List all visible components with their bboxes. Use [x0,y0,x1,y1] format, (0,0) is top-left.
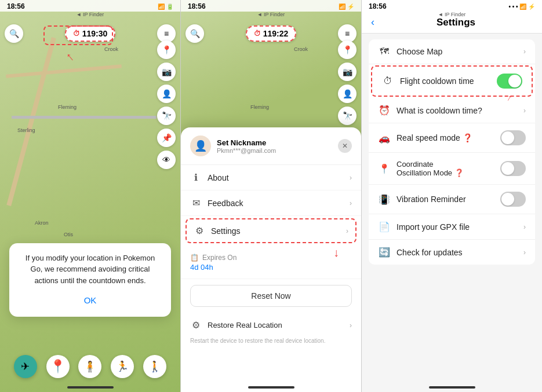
map-right-btns-1: 📍 📷 👤 🔭 📌 👁 [157,41,176,169]
panel-3-settings: 18:56 • • • 📶 ⚡ ◄ IP Finder ‹ Settings 🗺… [362,0,542,392]
status-bar-1: 18:56 📶 🔋 [0,0,180,12]
timer-value-2: 119:22 [263,29,289,38]
status-icons-3: • • • 📶 ⚡ [508,3,535,10]
about-chevron: › [350,174,352,182]
dialog-ok-btn[interactable]: OK [19,293,162,307]
search-btn-2[interactable]: 🔍 [185,24,204,43]
map-toolbar-1: 🔍 ⏱ 119:30 ≡ [0,22,180,45]
camera-btn-2[interactable]: 📷 [338,63,357,81]
settings-row-real-speed[interactable]: 🚗 Real speed mode ❓ [369,123,535,153]
email-label: Pkmn***@gmail.com [217,147,276,154]
feedback-icon: ✉ [190,197,202,208]
menu-close-btn[interactable]: ✕ [338,139,352,153]
map-label-fleming-2: Fleming [250,104,269,110]
person-btn-2[interactable]: 👤 [338,85,357,103]
settings-row-choose-map[interactable]: 🗺 Choose Map › [369,39,535,64]
gpx-chevron: › [523,223,526,231]
status-icons-1: 📶 🔋 [158,3,173,10]
settings-row-gpx[interactable]: 📄 Import your GPX file › [369,214,535,240]
menu-item-feedback[interactable]: ✉ Feedback › [181,190,361,216]
coord-osc-icon: 📍 [378,163,391,174]
cooldown-info-icon: ⏰ [378,105,391,116]
home-indicator-2 [248,386,294,389]
settings-icon: ⚙ [194,225,205,236]
map-label-sterling: Sterling [17,127,35,133]
flight-cooldown-icon: ⏱ [381,76,394,86]
nav-paper-plane[interactable]: ✈ [14,355,37,378]
eye-btn[interactable]: 👁 [157,151,176,169]
settings-row-updates[interactable]: 🔄 Check for updates › [369,240,535,265]
settings-row-coord-osc[interactable]: 📍 CoordinateOscillation Mode ❓ [369,153,535,185]
choose-map-icon: 🗺 [378,46,391,57]
app-name-1: ◄ IP Finder [0,12,180,17]
expires-icon: 📋 [190,254,199,262]
updates-icon: 🔄 [378,247,391,258]
nav-person-red[interactable]: 🏃 [111,355,134,378]
nav-person-blue2[interactable]: 🚶 [143,355,166,378]
panel2-toolbar: 🔍 ⏱ 119:22 ≡ [181,22,361,45]
restore-desc: Restart the device to restore the real d… [181,338,361,349]
binoculars-btn[interactable]: 🔭 [157,107,176,125]
menu-item-settings[interactable]: ⚙ Settings › [185,218,357,243]
time-2: 18:56 [188,2,206,10]
expires-value: 4d 04h [190,263,352,272]
cooldown-info-label: What is cooldown time? [397,106,518,115]
gpx-icon: 📄 [378,221,391,232]
nav-pin-yellow[interactable]: 📍 [46,355,70,378]
pin-btn[interactable]: 📌 [157,129,176,147]
timer-icon-1: ⏱ [73,30,80,38]
settings-row-flight-cooldown[interactable]: ⏱ Flight cooldown time [372,67,532,96]
settings-row-flight-cooldown-wrapper: ⏱ Flight cooldown time [371,65,533,97]
timer-value-1: 119:30 [82,29,108,38]
flight-cooldown-label: Flight cooldown time [400,76,491,86]
person-btn[interactable]: 👤 [157,85,176,103]
red-arrow-settings: ↓ [333,246,339,259]
location-btn[interactable]: 📍 [157,41,176,59]
real-speed-toggle[interactable] [500,130,526,145]
real-speed-icon: 🚗 [378,133,391,144]
status-icons-2: 📶 ⚡ [339,3,354,10]
choose-map-chevron: › [523,47,526,56]
vibration-icon: 📳 [378,194,391,205]
timer-badge-2: ⏱ 119:22 [246,25,297,42]
reset-now-btn[interactable]: Reset Now [190,285,352,307]
restore-chevron: › [350,321,352,329]
settings-title: Settings [379,17,533,28]
flight-cooldown-toggle[interactable] [497,74,522,89]
status-bar-3: 18:56 • • • 📶 ⚡ [362,0,542,12]
back-btn[interactable]: ‹ [371,16,374,28]
settings-chevron: › [346,227,348,235]
settings-row-cooldown-info[interactable]: ⏰ What is cooldown time? › [369,98,535,123]
restore-item[interactable]: ⚙ Restore Real Location › [181,313,361,338]
app-name-2: ◄ IP Finder [181,12,361,17]
real-speed-label: Real speed mode ❓ [397,133,494,142]
time-1: 18:56 [7,2,25,10]
choose-map-label: Choose Map [397,47,518,56]
search-btn-1[interactable]: 🔍 [5,24,23,43]
avatar: 👤 [190,135,211,156]
binoculars-btn-2[interactable]: 🔭 [338,107,357,125]
menu-item-about[interactable]: ℹ About › [181,165,361,190]
map-label-crook: Crook [104,46,118,52]
coord-osc-toggle[interactable] [500,161,526,176]
location-btn-2[interactable]: 📍 [338,41,357,59]
feedback-label: Feedback [208,199,344,208]
panel-2-menu: Crook Fleming Sterling 18:56 📶 ⚡ ◄ IP Fi… [181,0,362,392]
settings-row-vibration[interactable]: 📳 Vibration Reminder [369,185,535,214]
settings-section: 🗺 Choose Map › ⏱ Flight cooldown time ⏰ … [369,39,535,265]
dialog-text: If you modify your location in Pokemon G… [19,252,162,287]
app-name-3: ◄ IP Finder [362,12,542,17]
restore-icon: ⚙ [190,320,202,331]
status-bar-2: 18:56 📶 ⚡ [181,0,361,12]
dialog-box-1: If you modify your location in Pokemon G… [9,243,171,317]
vibration-toggle[interactable] [500,192,526,207]
gpx-label: Import your GPX file [397,222,518,232]
camera-btn[interactable]: 📷 [157,63,176,81]
vibration-label: Vibration Reminder [397,195,494,204]
feedback-chevron: › [350,199,352,207]
settings-label: Settings [211,226,340,236]
bottom-nav-1: ✈ 📍 🧍 🏃 🚶 [0,350,180,383]
nav-person-blue[interactable]: 🧍 [78,355,101,378]
nickname-label: Set Nickname [217,138,276,147]
timer-badge-1: ⏱ 119:30 [65,25,116,42]
